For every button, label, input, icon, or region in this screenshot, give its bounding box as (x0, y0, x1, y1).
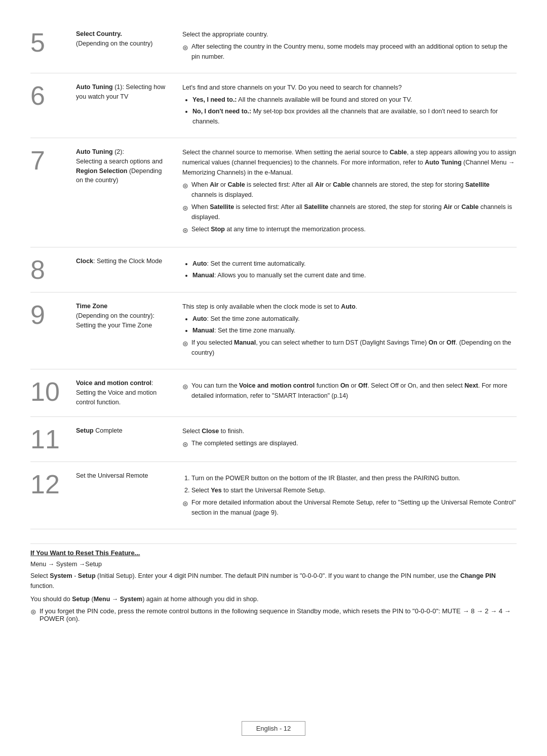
step-number: 8 (30, 255, 45, 284)
step-content-cell: This step is only available when the clo… (177, 292, 517, 369)
note-line: ⊛If you selected Manual, you can select … (182, 338, 517, 358)
step-number: 6 (30, 81, 45, 110)
reset-title: If You Want to Reset This Feature... (30, 549, 517, 557)
step-number: 9 (30, 300, 45, 329)
step-title-cell: Set the Universal Remote (76, 461, 177, 529)
steps-table: 5Select Country.(Depending on the countr… (30, 20, 517, 529)
footer-label: English - 12 (242, 721, 306, 736)
reset-section: If You Want to Reset This Feature... Men… (30, 543, 517, 622)
table-row: 5Select Country.(Depending on the countr… (30, 20, 517, 73)
note-line: ⊛Select Stop at any time to interrupt th… (182, 224, 517, 236)
note-text: If you selected Manual, you can select w… (191, 338, 517, 358)
step-content-cell: Select the channel source to memorise. W… (177, 138, 517, 247)
table-row: 12Set the Universal RemoteTurn on the PO… (30, 461, 517, 529)
note-line: ⊛When Satellite is selected first: After… (182, 202, 517, 222)
step-ordered-list: Turn on the POWER button on the bottom o… (191, 473, 517, 495)
step-content-cell: Select Close to finish.⊛The completed se… (177, 416, 517, 461)
step-number: 11 (30, 425, 60, 454)
step-number: 12 (30, 470, 60, 499)
list-item: Yes, I need to.: All the channels availa… (192, 95, 517, 105)
list-item: No, I don't need to.: My set-top box pro… (192, 106, 517, 127)
step-title-cell: Select Country.(Depending on the country… (76, 20, 177, 73)
note-line: ⊛When Air or Cable is selected first: Af… (182, 180, 517, 200)
reset-note: ⊛ If you forget the PIN code, press the … (30, 607, 517, 622)
step-num-cell: 11 (30, 416, 76, 461)
step-number: 10 (30, 377, 60, 406)
note-icon: ⊛ (182, 202, 188, 214)
step-bullets: Auto: Set the current time automatically… (192, 259, 517, 280)
note-text: You can turn the Voice and motion contro… (191, 381, 517, 401)
note-line: ⊛The completed settings are displayed. (182, 438, 517, 450)
step-title-cell: Clock: Setting the Clock Mode (76, 247, 177, 292)
table-row: 6Auto Tuning (1): Selecting how you watc… (30, 73, 517, 138)
list-item: Auto: Set the time zone automatically. (192, 314, 517, 324)
note-line: ⊛For more detailed information about the… (182, 497, 517, 518)
reset-paragraph: You should do Setup (Menu → System) agai… (30, 594, 517, 604)
table-row: 9Time Zone(Depending on the country):Set… (30, 292, 517, 369)
table-row: 7Auto Tuning (2):Selecting a search opti… (30, 138, 517, 247)
reset-note-text: If you forget the PIN code, press the re… (40, 607, 517, 622)
step-content-cell: Auto: Set the current time automatically… (177, 247, 517, 292)
note-icon: ⊛ (182, 381, 188, 392)
step-title-cell: Setup Complete (76, 416, 177, 461)
note-icon: ⊛ (182, 42, 188, 53)
step-num-cell: 9 (30, 292, 76, 369)
note-icon: ⊛ (182, 225, 188, 236)
step-num-cell: 12 (30, 461, 76, 529)
step-intro: Select Close to finish. (182, 426, 517, 436)
list-item: Turn on the POWER button on the bottom o… (191, 473, 517, 483)
step-intro: Select the channel source to memorise. W… (182, 147, 517, 178)
note-text: When Air or Cable is selected first: Aft… (191, 180, 517, 200)
table-row: 11Setup CompleteSelect Close to finish.⊛… (30, 416, 517, 461)
list-item: Manual: Set the time zone manually. (192, 325, 517, 335)
step-num-cell: 6 (30, 73, 76, 138)
step-title-cell: Voice and motion control:Setting the Voi… (76, 369, 177, 416)
step-number: 7 (30, 146, 45, 175)
note-text: After selecting the country in the Count… (191, 41, 517, 62)
step-content-cell: ⊛You can turn the Voice and motion contr… (177, 369, 517, 416)
note-text: Select Stop at any time to interrupt the… (191, 224, 517, 234)
step-title-cell: Time Zone(Depending on the country):Sett… (76, 292, 177, 369)
note-text: When Satellite is selected first: After … (191, 202, 517, 222)
table-row: 8Clock: Setting the Clock ModeAuto: Set … (30, 247, 517, 292)
step-bullets: Yes, I need to.: All the channels availa… (192, 95, 517, 127)
page: 5Select Country.(Depending on the countr… (0, 0, 547, 756)
step-num-cell: 5 (30, 20, 76, 73)
step-num-cell: 8 (30, 247, 76, 292)
note-icon: ⊛ (182, 338, 188, 349)
note-icon: ⊛ (30, 608, 36, 616)
list-item: Select Yes to start the Universal Remote… (191, 485, 517, 495)
list-item: Manual: Allows you to manually set the c… (192, 270, 517, 280)
step-intro: Let's find and store channels on your TV… (182, 82, 517, 93)
step-intro: This step is only available when the clo… (182, 302, 517, 312)
step-intro: Select the appropriate country. (182, 29, 517, 39)
step-content-cell: Turn on the POWER button on the bottom o… (177, 461, 517, 529)
table-row: 10Voice and motion control:Setting the V… (30, 369, 517, 416)
step-content-cell: Let's find and store channels on your TV… (177, 73, 517, 138)
reset-paragraph: Select System - Setup (Initial Setup). E… (30, 571, 517, 591)
step-title-cell: Auto Tuning (1): Selecting how you watch… (76, 73, 177, 138)
note-icon: ⊛ (182, 180, 188, 191)
note-icon: ⊛ (182, 498, 188, 509)
note-text: The completed settings are displayed. (191, 438, 517, 448)
step-content-cell: Select the appropriate country.⊛After se… (177, 20, 517, 73)
note-line: ⊛You can turn the Voice and motion contr… (182, 381, 517, 401)
step-title-cell: Auto Tuning (2):Selecting a search optio… (76, 138, 177, 247)
step-num-cell: 10 (30, 369, 76, 416)
footer: English - 12 (0, 721, 547, 736)
step-num-cell: 7 (30, 138, 76, 247)
list-item: Auto: Set the current time automatically… (192, 259, 517, 269)
menu-path: Menu → System →Setup (30, 561, 517, 568)
step-number: 5 (30, 28, 45, 57)
note-text: For more detailed information about the … (191, 497, 517, 518)
note-icon: ⊛ (182, 439, 188, 450)
note-line: ⊛After selecting the country in the Coun… (182, 41, 517, 62)
step-bullets: Auto: Set the time zone automatically.Ma… (192, 314, 517, 335)
